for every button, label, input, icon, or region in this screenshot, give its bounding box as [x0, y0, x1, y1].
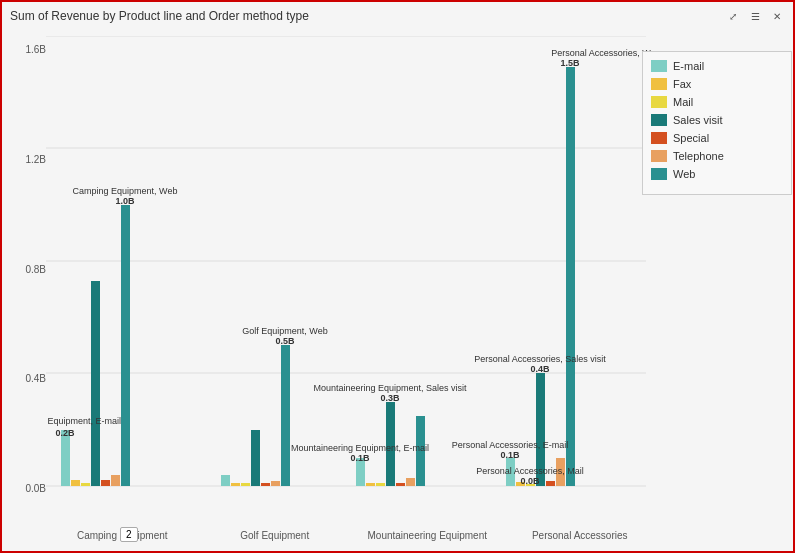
- val-personal-web: 1.5B: [560, 58, 580, 68]
- val-mountain-sales: 0.3B: [380, 393, 400, 403]
- y-label-4: 0.4B: [25, 373, 46, 384]
- bar-camping-email[interactable]: [61, 430, 70, 486]
- y-label-3: 0.8B: [25, 264, 46, 275]
- val-personal-sales: 0.4B: [530, 364, 550, 374]
- bar-personal-web-2[interactable]: [566, 67, 575, 486]
- legend-label-fax: Fax: [673, 78, 691, 90]
- legend-color-mail: [651, 96, 667, 108]
- label-personal-email: Personal Accessories, E-mail: [452, 440, 569, 450]
- bar-camping-special[interactable]: [101, 480, 110, 486]
- label-personal-web: Personal Accessories, Web: [551, 48, 656, 58]
- chart-header: Sum of Revenue by Product line and Order…: [2, 2, 793, 26]
- bar-golf-email[interactable]: [221, 475, 230, 486]
- bar-golf-web[interactable]: [281, 345, 290, 486]
- legend-color-telephone: [651, 150, 667, 162]
- label-personal-sales: Personal Accessories, Sales visit: [474, 354, 606, 364]
- legend-item-telephone[interactable]: Telephone: [651, 150, 783, 162]
- bar-camping-sales[interactable]: [91, 281, 100, 486]
- bar-golf-special[interactable]: [261, 483, 270, 486]
- bar-mountain-special[interactable]: [396, 483, 405, 486]
- x-label-mountain: Mountaineering Equipment: [351, 530, 504, 541]
- val-camping-email: 0.2B: [55, 428, 75, 438]
- chart-title: Sum of Revenue by Product line and Order…: [10, 9, 309, 23]
- legend-label-email: E-mail: [673, 60, 704, 72]
- legend-color-web: [651, 168, 667, 180]
- bar-mountain-fax[interactable]: [366, 483, 375, 486]
- val-camping-web: 1.0B: [115, 196, 135, 206]
- x-label-golf: Golf Equipment: [199, 530, 352, 541]
- label-mountain-email: Mountaineering Equipment, E-mail: [291, 443, 429, 453]
- bar-camping-web[interactable]: [121, 205, 130, 486]
- legend: E-mail Fax Mail Sales visit Special Tele…: [642, 51, 792, 195]
- bar-mountain-telephone[interactable]: [406, 478, 415, 486]
- chart-container: Sum of Revenue by Product line and Order…: [0, 0, 795, 553]
- label-camping-email: Camping Equipment, E-mail: [46, 416, 121, 426]
- legend-item-fax[interactable]: Fax: [651, 78, 783, 90]
- legend-item-mail[interactable]: Mail: [651, 96, 783, 108]
- page-indicator[interactable]: 2: [120, 527, 138, 542]
- y-label-1: 1.6B: [25, 44, 46, 55]
- bar-golf-telephone[interactable]: [271, 481, 280, 486]
- bar-mountain-mail[interactable]: [376, 483, 385, 486]
- legend-label-web: Web: [673, 168, 695, 180]
- legend-color-sales: [651, 114, 667, 126]
- legend-label-sales: Sales visit: [673, 114, 723, 126]
- legend-color-fax: [651, 78, 667, 90]
- val-personal-email: 0.1B: [500, 450, 520, 460]
- chart-svg: Camping Equipment, E-mail 0.2B Camping E…: [46, 36, 656, 526]
- legend-label-mail: Mail: [673, 96, 693, 108]
- bar-camping-telephone[interactable]: [111, 475, 120, 486]
- val-golf-web: 0.5B: [275, 336, 295, 346]
- legend-item-email[interactable]: E-mail: [651, 60, 783, 72]
- menu-icon[interactable]: ☰: [747, 8, 763, 24]
- label-personal-mail: Personal Accessories, Mail: [476, 466, 584, 476]
- expand-icon[interactable]: ⤢: [725, 8, 741, 24]
- y-label-5: 0.0B: [25, 483, 46, 494]
- bar-camping-mail[interactable]: [81, 483, 90, 486]
- bar-camping-fax[interactable]: [71, 480, 80, 486]
- bar-golf-fax[interactable]: [231, 483, 240, 486]
- legend-color-special: [651, 132, 667, 144]
- legend-color-email: [651, 60, 667, 72]
- label-camping-web: Camping Equipment, Web: [73, 186, 178, 196]
- x-label-personal: Personal Accessories: [504, 530, 657, 541]
- legend-item-special[interactable]: Special: [651, 132, 783, 144]
- legend-label-telephone: Telephone: [673, 150, 724, 162]
- bar-personal-special[interactable]: [546, 481, 555, 486]
- chart-toolbar: ⤢ ☰ ✕: [725, 8, 785, 24]
- label-mountain-sales: Mountaineering Equipment, Sales visit: [313, 383, 467, 393]
- y-label-2: 1.2B: [25, 154, 46, 165]
- close-icon[interactable]: ✕: [769, 8, 785, 24]
- val-mountain-email: 0.1B: [350, 453, 370, 463]
- legend-label-special: Special: [673, 132, 709, 144]
- legend-item-web[interactable]: Web: [651, 168, 783, 180]
- label-golf-web: Golf Equipment, Web: [242, 326, 327, 336]
- legend-item-sales[interactable]: Sales visit: [651, 114, 783, 126]
- bar-golf-mail[interactable]: [241, 483, 250, 486]
- bar-golf-sales[interactable]: [251, 430, 260, 486]
- val-personal-mail: 0.0B: [520, 476, 540, 486]
